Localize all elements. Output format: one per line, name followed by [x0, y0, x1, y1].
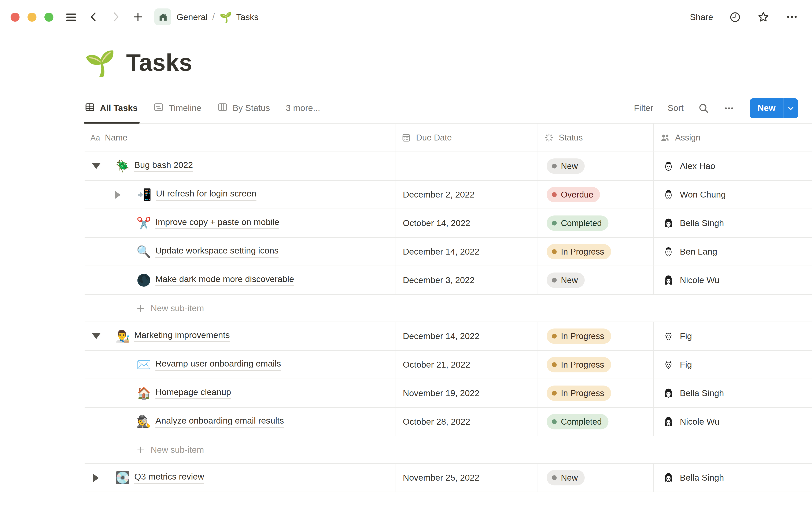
window-close-button[interactable] — [11, 12, 20, 21]
new-page-plus-icon[interactable] — [132, 11, 144, 23]
page-title-block: 🌱 Tasks — [85, 45, 812, 80]
task-name-link[interactable]: Bug bash 2022 — [134, 160, 193, 172]
name-cell[interactable]: 🕵️ Analyze onboarding email results — [85, 408, 395, 436]
task-name-link[interactable]: Improve copy + paste on mobile — [155, 217, 280, 229]
new-sub-item-row[interactable]: New sub-item — [85, 436, 812, 464]
page-emoji[interactable]: 🌱 — [85, 51, 116, 75]
due-date-cell[interactable]: December 14, 2022 — [395, 238, 538, 266]
assign-cell[interactable]: Bella Singh — [654, 379, 812, 407]
assign-cell[interactable]: Fig — [654, 322, 812, 350]
name-cell[interactable]: ✉️ Revamp user onboarding emails — [85, 351, 395, 379]
name-cell[interactable]: 👨‍🎨 Marketing improvements — [85, 322, 395, 350]
window-minimize-button[interactable] — [28, 12, 37, 21]
text-icon: Aa — [91, 133, 100, 142]
toggle-expand-icon[interactable] — [92, 162, 101, 171]
due-date-cell[interactable]: November 19, 2022 — [395, 379, 538, 407]
due-date-cell[interactable]: October 28, 2022 — [395, 408, 538, 436]
new-button[interactable]: New — [750, 98, 798, 118]
assign-cell[interactable]: Alex Hao — [654, 152, 812, 180]
task-name-link[interactable]: Marketing improvements — [134, 330, 230, 342]
task-name-link[interactable]: Update workspace setting icons — [155, 246, 278, 258]
tab-timeline[interactable]: Timeline — [154, 93, 202, 123]
due-date-cell[interactable]: December 14, 2022 — [395, 322, 538, 350]
table-row: 💽 Q3 metrics review November 25, 2022 Ne… — [85, 464, 812, 492]
favorite-star-icon[interactable] — [757, 11, 770, 23]
column-header-name[interactable]: Aa Name — [85, 124, 395, 152]
assign-cell[interactable]: Ben Lang — [654, 238, 812, 266]
toggle-expand-icon[interactable] — [113, 190, 122, 199]
due-date-cell[interactable]: December 2, 2022 — [395, 181, 538, 209]
name-cell[interactable]: 🏠 Homepage cleanup — [85, 379, 395, 407]
column-header-status[interactable]: Status — [538, 124, 654, 152]
page-title[interactable]: Tasks — [126, 49, 192, 77]
status-cell[interactable]: In Progress — [538, 238, 654, 266]
status-cell[interactable]: New — [538, 266, 654, 294]
due-date-cell[interactable]: December 3, 2022 — [395, 266, 538, 294]
tab-by-status[interactable]: By Status — [217, 93, 270, 123]
assignee-name: Won Chung — [680, 190, 726, 200]
updates-clock-icon[interactable] — [729, 11, 742, 23]
task-name-link[interactable]: Q3 metrics review — [134, 472, 204, 484]
name-cell[interactable]: 🌑 Make dark mode more discoverable — [85, 266, 395, 294]
task-emoji: 🪲 — [115, 160, 130, 172]
status-cell[interactable]: Completed — [538, 408, 654, 436]
window-controls — [11, 12, 53, 21]
name-cell[interactable]: 💽 Q3 metrics review — [85, 464, 395, 492]
nav-back-icon[interactable] — [88, 11, 99, 23]
name-cell[interactable]: 🔍 Update workspace setting icons — [85, 238, 395, 266]
window-zoom-button[interactable] — [44, 12, 53, 21]
breadcrumb-page[interactable]: Tasks — [236, 12, 258, 22]
due-date-cell[interactable] — [395, 152, 538, 180]
column-header-due-date[interactable]: Due Date — [395, 124, 538, 152]
breadcrumb-home-icon[interactable] — [154, 8, 171, 25]
more-views-button[interactable]: 3 more... — [286, 103, 320, 113]
name-cell[interactable]: 🪲 Bug bash 2022 — [85, 152, 395, 180]
toggle-expand-icon[interactable] — [92, 332, 101, 341]
sidebar-menu-icon[interactable] — [65, 11, 78, 23]
search-icon[interactable] — [698, 102, 709, 114]
filter-button[interactable]: Filter — [634, 103, 653, 113]
task-name-link[interactable]: Make dark mode more discoverable — [155, 274, 294, 286]
status-cell[interactable]: In Progress — [538, 351, 654, 379]
task-emoji: ✉️ — [136, 359, 151, 371]
table-row: 🔍 Update workspace setting icons Decembe… — [85, 238, 812, 266]
sort-button[interactable]: Sort — [668, 103, 683, 113]
status-cell[interactable]: In Progress — [538, 379, 654, 407]
assign-cell[interactable]: Nicole Wu — [654, 408, 812, 436]
task-name-link[interactable]: Homepage cleanup — [155, 387, 231, 399]
plus-icon — [136, 303, 146, 313]
breadcrumb-teamspace[interactable]: General — [176, 12, 208, 22]
tab-all-tasks[interactable]: All Tasks — [85, 93, 138, 123]
new-sub-item-row[interactable]: New sub-item — [85, 295, 812, 322]
column-header-assign[interactable]: Assign — [654, 124, 812, 152]
assign-cell[interactable]: Fig — [654, 351, 812, 379]
task-emoji: 📲 — [137, 189, 152, 201]
assign-cell[interactable]: Won Chung — [654, 181, 812, 209]
status-dot-icon — [552, 391, 557, 396]
assign-cell[interactable]: Bella Singh — [654, 464, 812, 492]
status-dot-icon — [552, 475, 557, 480]
toggle-expand-icon[interactable] — [92, 473, 101, 482]
nav-forward-icon[interactable] — [110, 11, 121, 23]
notion-window: General / 🌱 Tasks Share 🌱 Tasks — [0, 0, 812, 507]
task-name-link[interactable]: Analyze onboarding email results — [155, 416, 284, 428]
task-name-link[interactable]: UI refresh for login screen — [156, 189, 256, 201]
assignee-name: Bella Singh — [680, 388, 724, 398]
view-options-icon[interactable] — [724, 103, 734, 113]
due-date-cell[interactable]: November 25, 2022 — [395, 464, 538, 492]
assign-cell[interactable]: Nicole Wu — [654, 266, 812, 294]
share-button[interactable]: Share — [690, 12, 713, 22]
name-cell[interactable]: ✂️ Improve copy + paste on mobile — [85, 209, 395, 237]
status-cell[interactable]: New — [538, 152, 654, 180]
status-cell[interactable]: Overdue — [538, 181, 654, 209]
task-name-link[interactable]: Revamp user onboarding emails — [155, 359, 281, 371]
chevron-down-icon[interactable] — [783, 98, 798, 118]
more-options-icon[interactable] — [785, 11, 798, 23]
status-cell[interactable]: New — [538, 464, 654, 492]
status-cell[interactable]: In Progress — [538, 322, 654, 350]
assign-cell[interactable]: Bella Singh — [654, 209, 812, 237]
status-cell[interactable]: Completed — [538, 209, 654, 237]
name-cell[interactable]: 📲 UI refresh for login screen — [85, 181, 395, 209]
due-date-cell[interactable]: October 21, 2022 — [395, 351, 538, 379]
due-date-cell[interactable]: October 14, 2022 — [395, 209, 538, 237]
